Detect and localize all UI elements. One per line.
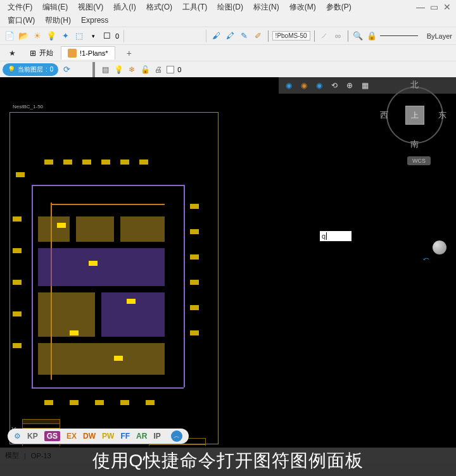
measure-icon[interactable]: ⟋ (319, 30, 330, 42)
nav-arrow-icon[interactable]: ⤺ (423, 254, 429, 263)
menu-format[interactable]: 格式(O) (141, 1, 177, 14)
tab-favorite[interactable]: ★ (3, 47, 22, 60)
print-icon[interactable]: 🖨 (153, 65, 163, 75)
compass-west: 西 (380, 110, 388, 121)
cmd-token-dw[interactable]: DW (83, 432, 96, 441)
find-icon[interactable]: 🔍 (352, 30, 364, 42)
brush-icon-3[interactable]: ✎ (239, 30, 250, 42)
brush-icon-1[interactable]: 🖌 (211, 30, 222, 42)
dropdown-icon[interactable]: ▾ (87, 30, 99, 42)
menubar-row-1: 文件(F) 编辑(E) 视图(V) 插入(I) 格式(O) 工具(T) 绘图(D… (0, 0, 456, 14)
compass-north: 北 (410, 79, 419, 91)
toolbar-separator-4 (314, 30, 315, 42)
steps-icon[interactable]: ⬚ (73, 30, 85, 42)
lock2-icon[interactable]: 🔓 (140, 65, 150, 75)
open-icon[interactable]: 📂 (18, 30, 29, 42)
prop-icon-2[interactable]: ◉ (299, 80, 309, 91)
nav-ball[interactable] (433, 241, 446, 254)
menu-express[interactable]: Express (76, 15, 113, 26)
tab-start[interactable]: ⊞ 开始 (23, 46, 60, 60)
compass-east: 东 (438, 110, 446, 121)
bulb2-icon[interactable]: 💡 (113, 65, 124, 75)
document-icon (68, 49, 77, 58)
drawing-title: NestBC_1-50 (13, 104, 43, 110)
toolbar-separator-5 (348, 30, 348, 42)
cmd-token-kp[interactable]: KP (27, 432, 38, 441)
bulb-small-icon: 💡 (8, 66, 15, 73)
tab-plans-label: !1-Plans* (80, 49, 108, 57)
windows-icon: ⊞ (30, 49, 36, 58)
cmd-token-ff[interactable]: FF (120, 432, 130, 441)
tab-start-label: 开始 (39, 48, 53, 58)
star-icon: ★ (9, 49, 16, 58)
cmd-token-pw[interactable]: PW (102, 432, 114, 441)
menu-view[interactable]: 视图(V) (73, 1, 108, 14)
menu-help[interactable]: 帮助(H) (40, 14, 76, 27)
cmd-token-ip[interactable]: IP (153, 432, 160, 441)
menubar-row-2: 窗口(W) 帮助(H) Express (0, 14, 456, 27)
layer-refresh-icon[interactable]: ⟳ (61, 64, 72, 75)
menu-params[interactable]: 参数(P) (321, 1, 357, 14)
cmd-token-ar[interactable]: AR (136, 432, 147, 441)
minimize-icon[interactable]: — (416, 2, 425, 12)
sun-icon[interactable]: ☀ (32, 30, 43, 42)
menu-window[interactable]: 窗口(W) (3, 14, 40, 27)
linetype-preview (380, 35, 418, 36)
floor-plan (25, 166, 203, 419)
cmd-token-gs[interactable]: GS (44, 431, 60, 441)
menu-annotate[interactable]: 标注(N) (248, 1, 284, 14)
layerbar-separator (92, 62, 95, 77)
toolbar-separator-3 (268, 30, 269, 42)
current-layer-label: 当前图层 (18, 65, 43, 74)
toolbar-separator (124, 30, 124, 42)
lock-icon[interactable]: 🔒 (366, 30, 377, 42)
brush-icon-2[interactable]: 🖍 (225, 30, 236, 42)
tab-new[interactable]: + (117, 46, 142, 60)
layer-icons-group: ▤ 💡 ❄ 🔓 🖨 0 (100, 65, 181, 75)
linetype-field[interactable]: !PboMS-50 (272, 31, 310, 41)
layers-icon[interactable]: ▤ (100, 65, 110, 75)
prop-icon-1[interactable]: ◉ (284, 80, 294, 91)
command-bar[interactable]: ⚙ KP GS EX DW PW FF AR IP ︿ (8, 429, 189, 444)
compass-top-face[interactable]: 上 (405, 106, 424, 125)
command-input[interactable]: q (320, 231, 352, 241)
current-layer-badge[interactable]: 💡 当前图层 : 0 (3, 63, 58, 76)
tab-plans[interactable]: !1-Plans* (61, 46, 115, 60)
menu-modify[interactable]: 修改(M) (284, 1, 321, 14)
menu-tools[interactable]: 工具(T) (177, 1, 212, 14)
chevron-up-icon[interactable]: ︿ (171, 430, 182, 442)
menu-insert[interactable]: 插入(I) (108, 1, 141, 14)
view-compass[interactable]: 上 北 南 东 西 (380, 80, 450, 150)
layer-color-swatch[interactable] (167, 66, 174, 73)
plus-icon: + (123, 48, 136, 58)
wcs-badge[interactable]: WCS (407, 156, 431, 165)
drawing-canvas[interactable]: ◉ ◉ ◉ ⟲ ⊕ ▦ NestBC_1-50 (0, 77, 456, 448)
document-tabbar: ★ ⊞ 开始 !1-Plans* + (0, 44, 456, 61)
layer-toolbar: 💡 当前图层 : 0 ⟳ ▤ 💡 ❄ 🔓 🖨 0 (0, 61, 456, 77)
compass-south: 南 (410, 139, 419, 150)
square-icon[interactable]: ☐ (101, 30, 113, 42)
bylayer-field[interactable]: ByLayer (427, 32, 452, 40)
star-icon[interactable]: ✦ (60, 30, 71, 42)
freeze-icon[interactable]: ❄ (127, 65, 137, 75)
prop-icon-4[interactable]: ⟲ (329, 80, 339, 91)
main-toolbar: 📄 📂 ☀ 💡 ✦ ⬚ ▾ ☐ 0 🖌 🖍 ✎ ✐ !PboMS-50 ⟋ ∞ … (0, 27, 456, 44)
prop-icon-5[interactable]: ⊕ (345, 80, 355, 91)
current-layer-value: 0 (50, 66, 54, 73)
layer-name-value: 0 (177, 66, 181, 73)
cmd-token-ex[interactable]: EX (66, 432, 77, 441)
prop-icon-6[interactable]: ▦ (360, 80, 370, 91)
close-icon[interactable]: ✕ (443, 2, 451, 12)
menu-file[interactable]: 文件(F) (3, 1, 37, 14)
link-icon[interactable]: ∞ (332, 30, 344, 42)
toolbar-separator-2 (206, 30, 206, 42)
prop-icon-3[interactable]: ◉ (314, 80, 324, 91)
menu-draw[interactable]: 绘图(D) (212, 1, 248, 14)
menu-edit[interactable]: 编辑(E) (37, 1, 73, 14)
new-icon[interactable]: 📄 (4, 30, 15, 42)
bulb-icon[interactable]: 💡 (46, 30, 57, 42)
layer-zero: 0 (115, 32, 119, 40)
brush-icon-4[interactable]: ✐ (253, 30, 264, 42)
gear-icon[interactable]: ⚙ (14, 432, 21, 441)
maximize-icon[interactable]: ▭ (430, 2, 438, 12)
